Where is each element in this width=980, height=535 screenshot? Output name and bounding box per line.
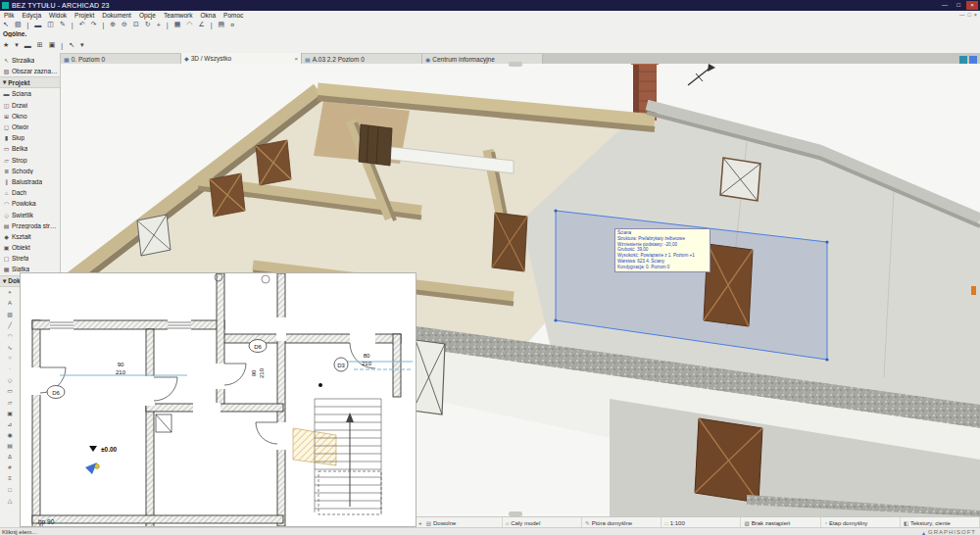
hp-label[interactable]: hp 90 <box>38 518 55 526</box>
selection-handle[interactable] <box>554 318 557 321</box>
trace-reference-marker[interactable] <box>971 286 976 295</box>
tab-worksheet[interactable]: ▤ A.03 2.2 Poziom 0 <box>302 54 422 64</box>
toolbox-tool[interactable]: ◇ Świetlik <box>0 209 60 219</box>
infobox-control-icon[interactable]: ★ <box>0 41 12 49</box>
toolbox-tool[interactable]: ≣ Schody <box>0 166 60 176</box>
toolbox-document-tool[interactable]: # <box>0 462 20 473</box>
plan-door-swing[interactable] <box>40 343 375 444</box>
window-tall[interactable] <box>413 340 445 414</box>
infobox-control-icon[interactable]: ▾ <box>12 41 22 49</box>
toolbox-select-tool[interactable]: ↖ Strzałka <box>0 55 60 66</box>
navigator-icon[interactable] <box>959 56 967 64</box>
toolbox-tool[interactable]: ⊞ Okno <box>0 111 60 122</box>
door-large[interactable] <box>704 244 753 326</box>
toolbox-tool[interactable]: ▱ Strop <box>0 155 60 166</box>
toolbox-document-tool[interactable]: ▱ <box>0 396 20 407</box>
toolbar-icon[interactable]: | <box>99 22 107 28</box>
toolbox-document-tool[interactable]: ◉ <box>0 429 20 440</box>
toolbox-document-tool[interactable]: ∿ <box>0 342 20 353</box>
toolbar-icon[interactable]: ▬ <box>31 22 44 28</box>
toolbox-document-tool[interactable]: A <box>0 298 20 309</box>
toolbox-document-tool[interactable]: □ <box>0 484 20 495</box>
infobox-control-icon[interactable]: ↖ <box>66 41 77 49</box>
toolbox-tool[interactable]: ∥ Balustrada <box>0 176 60 187</box>
doc-restore-icon[interactable]: □ <box>967 12 970 18</box>
menu-item[interactable]: Teamwork <box>160 12 197 19</box>
toolbar-icon[interactable]: + <box>154 22 164 28</box>
infobox-control-icon[interactable]: ▬ <box>22 42 34 49</box>
window[interactable] <box>720 158 760 201</box>
window[interactable] <box>137 215 171 256</box>
infobox-control-icon[interactable]: ▾ <box>77 41 87 49</box>
toolbox-tool[interactable]: ▣ Obiekt <box>0 242 60 253</box>
toolbox-document-tool[interactable]: ▣ <box>0 408 20 418</box>
toolbox-document-tool[interactable]: △ <box>0 495 20 506</box>
menu-item[interactable]: Projekt <box>71 12 98 19</box>
maximize-button[interactable]: □ <box>953 1 964 10</box>
menu-item[interactable]: Pomoc <box>220 12 247 19</box>
plan-stairs[interactable] <box>293 399 381 514</box>
toolbox-tool[interactable]: ▭ Belka <box>0 143 60 154</box>
door-opening-dark[interactable] <box>359 124 392 166</box>
camera-position-marker[interactable] <box>85 462 99 474</box>
toolbar-icon[interactable]: ⊡ <box>130 21 142 28</box>
toolbox-document-tool[interactable]: ○ <box>0 353 20 364</box>
toolbox-select-tool[interactable]: ▧ Obszar zaznaczenia <box>0 66 60 76</box>
toolbar-icon[interactable]: ▦ <box>172 21 184 28</box>
toolbar-icon[interactable]: ↷ <box>88 21 100 28</box>
selection-handle[interactable] <box>825 240 828 243</box>
toolbar-icon[interactable]: ⊖ <box>119 21 130 28</box>
toolbar-icon[interactable]: ↶ <box>76 21 88 28</box>
toolbar-icon[interactable]: ▤ <box>216 21 228 28</box>
toolbox-document-tool[interactable]: ▭ <box>0 385 20 396</box>
toolbox-document-tool[interactable]: ▨ <box>0 309 20 319</box>
selection-handle[interactable] <box>554 209 557 212</box>
toolbox-section-projekt[interactable]: ▾ Projekt <box>0 76 60 88</box>
menu-item[interactable]: Widok <box>45 12 71 19</box>
toolbar-icon[interactable]: ◫ <box>44 21 57 28</box>
door[interactable] <box>492 213 527 271</box>
plan-shaft[interactable] <box>156 414 172 432</box>
plan-walls[interactable] <box>32 273 401 526</box>
doc-minimize-icon[interactable]: — <box>959 12 965 18</box>
toolbox-tool[interactable]: ▢ Strefa <box>0 253 60 264</box>
toolbox-tool[interactable]: ⌂ Dach <box>0 187 60 198</box>
toolbox-document-tool[interactable]: · <box>0 364 20 374</box>
toolbox-document-tool[interactable]: ≡ <box>0 473 20 484</box>
toolbox-tool[interactable]: ▬ Ściana <box>0 88 60 99</box>
door-bottom-right[interactable] <box>695 418 762 503</box>
toolbox-document-tool[interactable]: ▤ <box>0 440 20 451</box>
grid-bubble[interactable] <box>262 275 270 283</box>
menu-item[interactable]: Okna <box>197 12 220 19</box>
toolbar-icon[interactable]: ↻ <box>142 21 154 28</box>
toolbar-icon[interactable]: | <box>164 22 172 28</box>
tab-info-center[interactable]: ◉ Centrum informacyjne <box>422 54 543 64</box>
toolbar-icon[interactable]: | <box>24 22 32 28</box>
minimize-button[interactable]: — <box>939 1 951 10</box>
level-marker[interactable] <box>89 446 97 452</box>
menu-item[interactable]: Dokument <box>98 12 135 19</box>
quickbar-collapse-icon[interactable]: ◂ <box>416 520 423 526</box>
floor-plan-drawing[interactable]: D6 D6 D3 90 210 90 210 80 210 ±0.00 hp 9… <box>21 273 416 526</box>
toolbar-icon[interactable]: ⊕ <box>107 21 119 28</box>
door[interactable] <box>256 140 291 185</box>
close-button[interactable]: × <box>966 1 978 10</box>
toolbar-icon[interactable]: ∠ <box>195 21 207 28</box>
toolbox-tool[interactable]: ▤ Przegroda strukturalna <box>0 220 60 231</box>
selection-handle[interactable] <box>825 358 828 361</box>
toolbar-icon[interactable]: ↖ <box>0 21 12 28</box>
plan-annotations[interactable]: D6 D6 D3 90 210 90 210 80 210 <box>47 340 372 399</box>
toolbox-document-tool[interactable]: Δ <box>0 451 20 462</box>
menu-item[interactable]: Plik <box>0 12 18 19</box>
infobox-control-icon[interactable]: ⊞ <box>34 41 46 49</box>
splitter-handle-top[interactable] <box>509 62 522 67</box>
toolbox-tool[interactable]: ◆ Kształt <box>0 231 60 242</box>
organizer-icon[interactable] <box>969 56 977 64</box>
menu-item[interactable]: Opcje <box>135 12 160 19</box>
toolbox-tool[interactable]: ◫ Drzwi <box>0 100 60 111</box>
toolbox-document-tool[interactable]: ╱ <box>0 319 20 330</box>
toolbar-icon[interactable]: | <box>69 22 76 28</box>
menu-item[interactable]: Edycja <box>18 12 45 19</box>
toolbar-icon[interactable]: | <box>208 22 216 28</box>
toolbox-document-tool[interactable]: ⊿ <box>0 418 20 429</box>
